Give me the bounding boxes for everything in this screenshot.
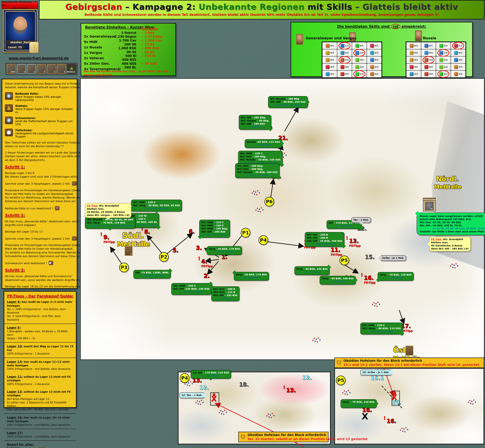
bubble-text: Brandpfeil bbox=[448, 238, 463, 241]
skill-cell[interactable]: 0/3 bbox=[406, 71, 421, 77]
skill-cell[interactable]: 0/3 bbox=[406, 56, 421, 63]
bubble-text: W1: MdK bbox=[240, 152, 252, 155]
skill-cell[interactable]: 3/3 bbox=[352, 71, 367, 77]
bubble-line: Varg. - 95 BSK, 100 BSS bbox=[322, 277, 354, 280]
skill-cell[interactable]: 3/3 bbox=[367, 64, 381, 70]
bubble-line: W1: MdK – 220 C bbox=[173, 284, 209, 287]
skill-cell[interactable]: 0/3 bbox=[406, 49, 421, 56]
fk-tipp-box-south: FK Tipp: W1: Brandpfeilbleiben max.49 Bö… bbox=[85, 203, 132, 218]
skill-cell[interactable]: 3/3 bbox=[436, 56, 451, 63]
bubble-text: - 95 BSK, 100 BSS bbox=[329, 277, 353, 280]
skill-cell[interactable]: 3/3 bbox=[352, 56, 367, 63]
skill-cell[interactable]: 1/1 bbox=[337, 42, 352, 49]
skill-value: 0/3 bbox=[345, 51, 349, 54]
bubble-text: – 40 BSK, 245 GSS bbox=[280, 101, 306, 103]
skill-cell[interactable]: 0/1 bbox=[436, 42, 451, 49]
item-slot[interactable]: 1 bbox=[17, 64, 26, 74]
skill-cell[interactable]: 0/3 bbox=[337, 71, 352, 77]
bubble-text: - 75 BSK, 120 BSS bbox=[350, 400, 375, 403]
skill-value: 0/3 bbox=[330, 59, 334, 61]
skill-cell[interactable]: 3/3 bbox=[421, 56, 436, 63]
bubble-text: – 115 B bbox=[225, 291, 235, 294]
skill-cell[interactable]: 0/3 bbox=[337, 49, 352, 56]
bubble-text: W1: Gen bbox=[237, 165, 248, 167]
bubble-text: GM bbox=[135, 271, 140, 274]
unit-row: 100 SK~ 72 SK bbox=[111, 42, 169, 46]
bubble-text: (- 400 B, 10 BSK) bbox=[246, 174, 269, 176]
item-slot[interactable]: 1 bbox=[47, 64, 56, 74]
skill-cell[interactable]: 0/3 bbox=[337, 64, 352, 70]
bubble-text: – 1 Rek. bbox=[191, 394, 202, 397]
skill-cell[interactable]: 0/3 bbox=[421, 64, 436, 70]
p5-note: ΩObsidian Hufeisen für den Block erforde… bbox=[334, 358, 484, 368]
lager-number: 15. bbox=[365, 254, 375, 260]
skill-icon bbox=[326, 65, 329, 69]
bubble-line: W2: Vet – 250 B bbox=[307, 236, 342, 240]
skill-cell[interactable]: 0/3 bbox=[322, 64, 337, 70]
bubble-line: FK Tipp: W1: Brandpfeil bbox=[87, 204, 130, 207]
skill-cell[interactable]: 0/3 bbox=[322, 71, 337, 77]
bubble-line: (~63 BSK, 93 Ri) bbox=[135, 274, 169, 277]
bubble-line: W2: MdK – 220 C bbox=[201, 224, 228, 227]
skill-cell[interactable]: 0/3 bbox=[322, 49, 337, 56]
weather-effect-desc: deine Truppen fügen 15% weniger Schaden … bbox=[15, 107, 74, 114]
bubble-text: (~ 142 BSK) bbox=[336, 225, 353, 227]
bubble-text: 49 Böcke, 29 Wölfe, 0 Bosse bbox=[87, 211, 125, 213]
unit-needed: 260 BL bbox=[111, 65, 136, 69]
bubble-line: Nusala -65 BSK, 115 GSS bbox=[247, 140, 280, 144]
skill-cell[interactable]: 0/3 bbox=[367, 49, 381, 56]
lager-number: 18. bbox=[239, 382, 249, 387]
bubble-text: (~ 53 BSK) bbox=[388, 277, 403, 279]
skill-cell[interactable]: 3/3 bbox=[352, 49, 367, 56]
skill-cell[interactable]: 3/3 bbox=[436, 71, 451, 77]
skill-cell[interactable]: 3/3 bbox=[337, 56, 352, 63]
bubble-line: W2: GM – 95 BSK, 120 Ri, 70 BL bbox=[420, 224, 485, 227]
bubble-text: (~ 79 BSK) bbox=[330, 280, 345, 283]
skill-cell[interactable]: 0/3 bbox=[406, 64, 421, 70]
item-slot[interactable]: 1 bbox=[27, 64, 36, 74]
item-slot[interactable]: 1 bbox=[37, 64, 46, 74]
bubble-text: – 35 BSK, 145 GSS bbox=[255, 158, 281, 161]
lager-number: 12. bbox=[302, 375, 312, 380]
units-needed-list: 3 Rekrut~ 3 Rek2.230 Bögen~ 2.070 Bög1.7… bbox=[111, 31, 169, 69]
skill-cell[interactable]: 1/1 bbox=[451, 42, 465, 49]
bubble-text: (~ 50 BSK) bbox=[256, 144, 271, 146]
skill-cell[interactable]: 0/1 bbox=[421, 42, 436, 49]
weather-effect: Beißende Kälte:deine Truppen haben 10% w… bbox=[5, 92, 74, 102]
star-icon: ★ bbox=[69, 65, 74, 71]
skill-cell[interactable]: 0/3 bbox=[451, 49, 465, 56]
item-slot[interactable]: 165 bbox=[7, 64, 16, 74]
bubble-line: W1: Nusala – 180 Bög bbox=[270, 97, 306, 100]
fk-section-head: Lager 9: bbox=[7, 326, 73, 330]
skill-cell[interactable]: 0/3 bbox=[421, 71, 436, 77]
skill-cell[interactable]: 3/3 bbox=[367, 71, 381, 77]
skill-cell[interactable]: 0/1 bbox=[322, 42, 337, 49]
skill-cell[interactable]: 3/3 bbox=[451, 71, 465, 77]
skill-icon bbox=[439, 58, 443, 62]
fk-lager-label: Lager 11: bbox=[7, 375, 23, 378]
lager-number: 8.! bbox=[144, 229, 150, 234]
website-link[interactable]: www.masterhari.beepworld.de bbox=[3, 56, 74, 60]
skill-cell[interactable]: 0/3 bbox=[421, 49, 436, 56]
star-item-slot[interactable]: ★365412 bbox=[67, 64, 76, 74]
lager2-bubble: W1: Gen – 200 BW2: Gen – 115 BW3: GM – 2… bbox=[211, 286, 239, 301]
unit-row: 400 GSS~ 36 GSS bbox=[111, 62, 169, 65]
skill-cell[interactable]: 0/3 bbox=[367, 56, 381, 63]
avatar-portrait bbox=[13, 16, 27, 33]
skill-icon bbox=[370, 65, 374, 69]
item-count: 165 bbox=[11, 71, 15, 73]
skill-cell[interactable]: 2/3 bbox=[352, 64, 367, 70]
skill-cell[interactable]: 2/3 bbox=[436, 64, 451, 70]
exclamation-icon: ! bbox=[100, 232, 102, 237]
skill-cell[interactable]: 3/3 bbox=[451, 64, 465, 70]
skill-cell[interactable]: 0/3 bbox=[322, 56, 337, 63]
skill-cell[interactable]: 0/1 bbox=[406, 42, 421, 49]
item-slot[interactable]: 1 bbox=[57, 64, 66, 74]
skill-cell[interactable]: 0/1 bbox=[367, 42, 381, 49]
skill-cell[interactable]: 0/3 bbox=[451, 56, 465, 63]
item-count: 1 bbox=[44, 71, 45, 73]
skill-cell[interactable]: 0/1 bbox=[352, 42, 367, 49]
skill-grid: 0/11/10/10/10/30/33/30/30/33/33/30/30/30… bbox=[322, 41, 382, 78]
skill-cell[interactable]: 3/3 bbox=[436, 49, 451, 56]
guide-line: 2 dieser Förderungen werden wir im Laufe… bbox=[5, 151, 74, 154]
